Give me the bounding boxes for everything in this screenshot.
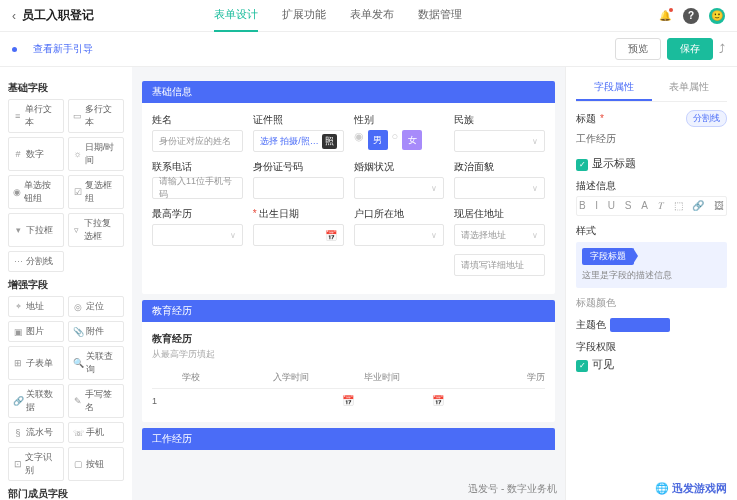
field-basic[interactable]: ≡单行文本: [8, 99, 64, 133]
show-title-checkbox[interactable]: ✓显示标题: [576, 157, 636, 169]
guide-link[interactable]: 查看新手引导: [33, 42, 93, 56]
divider-pill[interactable]: 分割线: [686, 110, 727, 127]
rt-⬚-icon[interactable]: ⬚: [674, 200, 683, 212]
field-basic[interactable]: ▾下拉框: [8, 213, 64, 247]
label-marriage: 婚姻状况: [354, 160, 445, 174]
calendar-icon: 📅: [325, 230, 337, 241]
share-icon[interactable]: ⤴: [719, 42, 725, 56]
field-label: 关联查询: [86, 350, 119, 376]
page-title: 员工入职登记: [22, 7, 94, 24]
style-label: 样式: [576, 224, 727, 238]
gender-female-button[interactable]: 女: [402, 130, 422, 150]
gender-male-button[interactable]: 男: [368, 130, 388, 150]
field-enhance[interactable]: ▢按钮: [68, 447, 124, 481]
input-name[interactable]: 身份证对应的姓名: [152, 130, 243, 152]
field-enhance[interactable]: ✎手写签名: [68, 384, 124, 418]
rt-B-icon[interactable]: B: [579, 200, 586, 212]
prop-title-label: 标题: [576, 112, 596, 126]
field-label: 子表单: [26, 357, 53, 370]
color-swatch[interactable]: [610, 318, 670, 332]
section-work-header[interactable]: 工作经历: [142, 428, 555, 450]
input-phone[interactable]: 请输入11位手机号码: [152, 177, 243, 199]
field-enhance[interactable]: 📎附件: [68, 321, 124, 342]
field-label: 日期/时间: [85, 141, 119, 167]
field-label: 下拉复选框: [84, 217, 119, 243]
rt-🖼-icon[interactable]: 🖼: [714, 200, 724, 212]
field-icon: ▾: [13, 225, 23, 235]
select-hukou[interactable]: ∨: [354, 224, 445, 246]
field-enhance[interactable]: 🔍关联查询: [68, 346, 124, 380]
field-icon: 🔍: [73, 358, 83, 368]
date-birth[interactable]: 📅: [253, 224, 344, 246]
input-idno[interactable]: [253, 177, 344, 199]
select-nation[interactable]: ∨: [454, 130, 545, 152]
field-enhance[interactable]: ◎定位: [68, 296, 124, 317]
back-icon[interactable]: ‹: [12, 9, 16, 23]
section-edu-header[interactable]: 教育经历: [142, 300, 555, 322]
calendar-icon: 📅: [364, 395, 455, 406]
field-basic[interactable]: ☑复选框组: [68, 175, 124, 209]
preview-button[interactable]: 预览: [615, 38, 661, 60]
field-label: 附件: [86, 325, 104, 338]
richtext-toolbar[interactable]: BIUSA𝑇⬚🔗🖼: [576, 196, 727, 216]
help-icon[interactable]: ?: [683, 8, 699, 24]
col-end: 毕业时间: [364, 371, 455, 384]
select-marriage[interactable]: ∨: [354, 177, 445, 199]
rt-A-icon[interactable]: A: [641, 200, 648, 212]
field-enhance[interactable]: ⊡文字识别: [8, 447, 64, 481]
field-icon: ☼: [73, 149, 82, 159]
select-politics[interactable]: ∨: [454, 177, 545, 199]
avatar[interactable]: 🙂: [709, 8, 725, 24]
field-enhance[interactable]: ⊞子表单: [8, 346, 64, 380]
field-label: 多行文本: [85, 103, 119, 129]
chevron-down-icon: ∨: [431, 231, 437, 240]
prop-title-value[interactable]: 工作经历: [576, 130, 727, 148]
field-enhance[interactable]: §流水号: [8, 422, 64, 443]
tab-design[interactable]: 表单设计: [214, 0, 258, 32]
field-basic[interactable]: ▭多行文本: [68, 99, 124, 133]
select-addr[interactable]: 请选择地址∨: [454, 224, 545, 246]
field-icon: ⊞: [13, 358, 23, 368]
rt-I-icon[interactable]: I: [595, 200, 598, 212]
field-basic[interactable]: #数字: [8, 137, 64, 171]
field-basic[interactable]: ⋯分割线: [8, 251, 64, 272]
field-label: 数字: [26, 148, 44, 161]
table-row[interactable]: 1 📅 📅: [152, 389, 545, 412]
field-icon: ☑: [73, 187, 82, 197]
rt-𝑇-icon[interactable]: 𝑇: [658, 200, 664, 212]
rt-S-icon[interactable]: S: [625, 200, 632, 212]
field-basic[interactable]: ◉单选按钮组: [8, 175, 64, 209]
select-edu[interactable]: ∨: [152, 224, 243, 246]
save-button[interactable]: 保存: [667, 38, 713, 60]
tab-form-props[interactable]: 表单属性: [652, 75, 728, 101]
chevron-down-icon: ∨: [532, 137, 538, 146]
field-label: 分割线: [26, 255, 53, 268]
tab-publish[interactable]: 表单发布: [350, 0, 394, 32]
field-basic[interactable]: ▿下拉复选框: [68, 213, 124, 247]
visible-checkbox[interactable]: ✓可见: [576, 358, 614, 370]
field-label: 地址: [26, 300, 44, 313]
rt-U-icon[interactable]: U: [608, 200, 615, 212]
section-basic-header[interactable]: 基础信息: [142, 81, 555, 103]
label-edu: 最高学历: [152, 207, 243, 221]
field-basic[interactable]: ☼日期/时间: [68, 137, 124, 171]
field-label: 按钮: [86, 458, 104, 471]
input-photo[interactable]: 选择 拍摄/照…照: [253, 130, 344, 152]
field-label: 下拉框: [26, 224, 53, 237]
field-enhance[interactable]: 🔗关联数据: [8, 384, 64, 418]
form-canvas: 基础信息 姓名身份证对应的姓名 证件照选择 拍摄/照…照 性别◉男○女 民族∨ …: [132, 67, 565, 500]
field-enhance[interactable]: ▣图片: [8, 321, 64, 342]
chevron-down-icon: ∨: [230, 231, 236, 240]
watermark-sub: 迅发号 - 数字业务机: [468, 482, 557, 496]
field-enhance[interactable]: ⌖地址: [8, 296, 64, 317]
tab-extend[interactable]: 扩展功能: [282, 0, 326, 32]
tab-data[interactable]: 数据管理: [418, 0, 462, 32]
tab-field-props[interactable]: 字段属性: [576, 75, 652, 101]
col-degree: 学历: [454, 371, 545, 384]
style-preview[interactable]: 字段标题 这里是字段的描述信息: [576, 242, 727, 288]
field-icon: §: [13, 428, 23, 438]
rt-🔗-icon[interactable]: 🔗: [692, 200, 704, 212]
notification-icon[interactable]: 🔔: [657, 8, 673, 24]
field-enhance[interactable]: ☏手机: [68, 422, 124, 443]
input-addr-detail[interactable]: 请填写详细地址: [454, 254, 545, 276]
